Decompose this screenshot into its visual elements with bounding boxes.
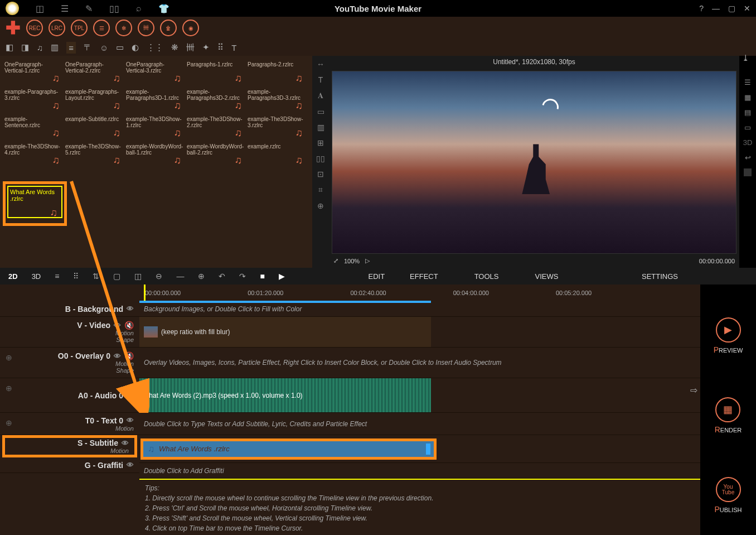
swap-icon[interactable]: ⇅ bbox=[93, 272, 99, 281]
playhead-marker[interactable] bbox=[144, 285, 146, 301]
music-note-icon[interactable]: ♫ bbox=[37, 43, 43, 52]
tab-2d[interactable]: 2D bbox=[8, 272, 18, 281]
asset-item[interactable]: OneParagraph-Vertical-2.rzlrc♫ bbox=[65, 60, 124, 85]
asset-item[interactable]: example-Paragraphs3D-1.rzlrc♫ bbox=[126, 88, 185, 113]
timeline-tracks[interactable]: 00:00:00.000 00:01:20.000 00:02:40.000 0… bbox=[139, 285, 700, 535]
background-track-content[interactable]: Background Images, or Double Click to Fi… bbox=[139, 301, 700, 317]
sort-icon[interactable]: ≡ bbox=[55, 272, 59, 281]
return-icon[interactable]: ↩ bbox=[745, 153, 751, 162]
lyric-button[interactable]: LRC bbox=[49, 20, 65, 36]
zoom-in-icon[interactable]: ⊕ bbox=[198, 272, 205, 281]
track-text[interactable]: ⊕ T0 - Text 0 👁 Motion bbox=[0, 413, 139, 435]
track-graffiti[interactable]: G - Graffiti 👁 bbox=[0, 457, 139, 473]
stack-icon[interactable]: ▤ bbox=[744, 108, 751, 117]
add-button[interactable]: ✚ bbox=[6, 17, 21, 38]
render-button[interactable]: ▦ RENDER bbox=[715, 397, 742, 434]
play-icon[interactable]: ▶ bbox=[279, 272, 285, 281]
camera-icon[interactable]: ◨ bbox=[21, 42, 29, 52]
bookmark-icon[interactable]: ◫ bbox=[36, 3, 44, 14]
tab-tools[interactable]: TOOLS bbox=[474, 272, 499, 281]
maximize-icon[interactable]: ▢ bbox=[728, 4, 735, 13]
asset-item[interactable]: example-Subtitle.rzlrc♫ bbox=[65, 115, 124, 140]
crosshair-icon[interactable]: ⊕ bbox=[317, 201, 324, 210]
help-icon[interactable]: ? bbox=[699, 4, 704, 13]
visibility-icon[interactable]: 👁 bbox=[127, 416, 134, 425]
line-icon[interactable]: — bbox=[176, 272, 184, 281]
tab-settings[interactable]: SETTINGS bbox=[642, 272, 678, 281]
asset-item[interactable]: example-The3DShow-3.rzlrc♫ bbox=[248, 115, 306, 140]
track-video[interactable]: V - Video 👁 🔇 Motion Shape bbox=[0, 317, 139, 348]
asset-item[interactable]: example.rzlrc♫ bbox=[248, 142, 306, 167]
frame-icon[interactable]: ⊡ bbox=[317, 170, 324, 179]
shirt-icon[interactable]: 👕 bbox=[158, 3, 169, 14]
audio-clip[interactable]: What Are Words (2).mp3 (speed x 1.00, vo… bbox=[139, 378, 431, 412]
track-subtitle[interactable]: S - Subtitle 👁 Motion bbox=[2, 435, 137, 457]
asset-item[interactable]: example-Paragraphs-Layout.rzlrc♫ bbox=[65, 88, 124, 113]
text-tool-icon[interactable]: T bbox=[318, 75, 323, 84]
add-track-icon[interactable]: ⊕ bbox=[6, 353, 12, 362]
crop-icon[interactable]: ◧ bbox=[6, 42, 13, 52]
puzzle-icon[interactable]: ✦ bbox=[202, 42, 210, 52]
track-overlay[interactable]: ⊕ O0 - Overlay 0 👁 🔇 Motion Shape bbox=[0, 348, 139, 378]
delete-icon[interactable]: 🗑 bbox=[160, 20, 177, 36]
sparkle-icon[interactable]: ✻ bbox=[115, 20, 132, 36]
selected-asset-highlight[interactable]: What Are Words .rzlrc ♫ bbox=[3, 181, 67, 226]
preview-button[interactable]: ▶ PREVIEW bbox=[714, 317, 743, 354]
tab-views[interactable]: VIEWS bbox=[535, 272, 559, 281]
emoji-icon[interactable]: ☺ bbox=[100, 43, 108, 52]
typography-icon[interactable]: 〒 bbox=[84, 42, 92, 53]
asset-item[interactable]: OneParagraph-Vertical-3.rzlrc♫ bbox=[126, 60, 185, 85]
layers-icon[interactable]: ▥ bbox=[317, 123, 324, 132]
dots-icon[interactable]: ⠿ bbox=[217, 42, 224, 52]
font-tool-icon[interactable]: 𝐀 bbox=[318, 91, 323, 100]
align-center-icon[interactable]: ☰ bbox=[744, 78, 751, 86]
overlay-track-content[interactable]: Overlay Videos, Images, Icons, Particle … bbox=[139, 348, 700, 378]
screen-icon[interactable]: ▭ bbox=[744, 123, 751, 132]
fit-icon[interactable]: ▢ bbox=[113, 272, 120, 281]
color-swatch[interactable] bbox=[744, 168, 752, 176]
publish-button[interactable]: YouTube PUBLISH bbox=[714, 477, 742, 514]
align-icon[interactable]: ≡ bbox=[66, 42, 76, 54]
track-background[interactable]: B - Background 👁 bbox=[0, 301, 139, 317]
visibility-icon[interactable]: 👁 bbox=[127, 461, 134, 469]
equalizer-icon[interactable]: 卌 bbox=[186, 42, 195, 53]
redo-icon[interactable]: ↷ bbox=[239, 272, 246, 281]
template-button[interactable]: TPL bbox=[71, 20, 88, 36]
asset-item[interactable]: example-Paragraphs-3.rzlrc♫ bbox=[4, 88, 63, 113]
preview-viewport[interactable] bbox=[332, 71, 736, 254]
frames-icon[interactable]: ▥ bbox=[51, 42, 59, 52]
asset-item[interactable]: example-Sentence.rzlrc♫ bbox=[4, 115, 63, 140]
panel-icon[interactable]: ▯▯ bbox=[109, 3, 119, 14]
grid-view-icon[interactable]: ⠿ bbox=[73, 272, 79, 281]
edit-icon[interactable]: ✎ bbox=[85, 3, 93, 14]
play-button[interactable]: ▷ bbox=[365, 257, 370, 264]
undo-icon[interactable]: ↶ bbox=[219, 272, 225, 281]
mode-3d-icon[interactable]: 3D bbox=[743, 138, 753, 147]
visibility-icon[interactable]: 👁 bbox=[122, 439, 129, 447]
add-track-icon[interactable]: ⊕ bbox=[6, 384, 12, 393]
zoom-out-icon[interactable]: ⊖ bbox=[156, 272, 162, 281]
battery-icon[interactable]: ▭ bbox=[116, 42, 124, 52]
resize-handle-icon[interactable]: ↔ bbox=[317, 60, 324, 69]
minimize-icon[interactable]: — bbox=[712, 4, 720, 13]
asset-item[interactable]: example-The3DShow-2.rzlrc♫ bbox=[187, 115, 245, 140]
snowflake-icon[interactable]: ❋ bbox=[171, 42, 178, 52]
subtitle-clip[interactable]: What Are Words .rzlrc bbox=[140, 438, 437, 460]
asset-item[interactable]: example-The3DShow-4.rzlrc♫ bbox=[4, 142, 63, 167]
track-audio[interactable]: ⊕ A0 - Audio 0 👁 bbox=[0, 378, 139, 413]
text-track-content[interactable]: Double Click to Type Texts or Add Subtit… bbox=[139, 413, 700, 435]
tab-edit[interactable]: EDIT bbox=[368, 272, 385, 281]
asset-item[interactable]: example-Paragraphs3D-2.rzlrc♫ bbox=[187, 88, 245, 113]
grid-icon[interactable]: ⌗ bbox=[318, 185, 323, 195]
asset-item[interactable]: Paragraphs-1.rzlrc♫ bbox=[187, 60, 245, 85]
mute-icon[interactable]: 🔇 bbox=[124, 351, 134, 360]
list-circle-icon[interactable]: ☰ bbox=[93, 20, 110, 36]
audio-track-content[interactable]: What Are Words (2).mp3 (speed x 1.00, vo… bbox=[139, 378, 700, 413]
bullets-icon[interactable]: ⋮⋮ bbox=[147, 42, 163, 52]
user-icon[interactable]: ◉ bbox=[182, 20, 199, 36]
video-track-content[interactable]: (keep ratio with fill blur) bbox=[139, 317, 700, 348]
asset-item[interactable]: example-Paragraphs3D-3.rzlrc♫ bbox=[248, 88, 306, 113]
download-icon[interactable]: ⤓ bbox=[742, 53, 749, 63]
contrast-icon[interactable]: ◐ bbox=[132, 42, 139, 52]
close-icon[interactable]: ✕ bbox=[744, 4, 750, 13]
